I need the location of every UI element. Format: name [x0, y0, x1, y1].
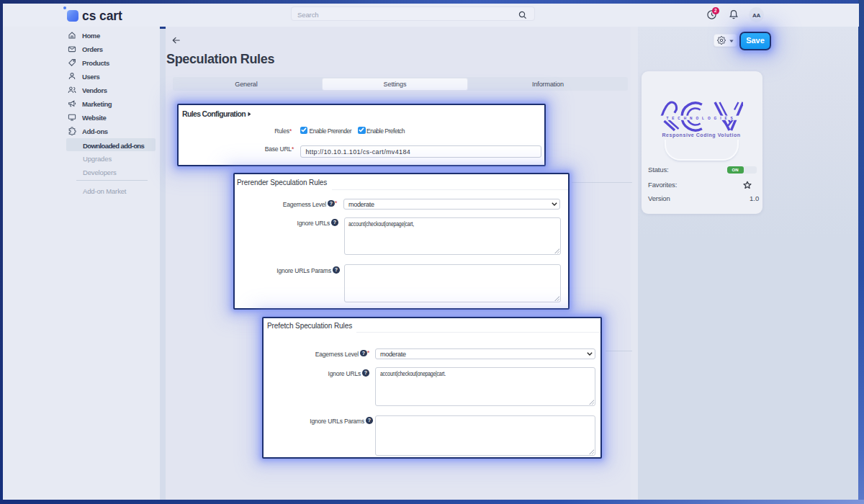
svg-text:Responsive Coding Volution: Responsive Coding Volution: [662, 132, 740, 138]
svg-text:TECHNOLOGIES: TECHNOLOGIES: [666, 117, 736, 120]
